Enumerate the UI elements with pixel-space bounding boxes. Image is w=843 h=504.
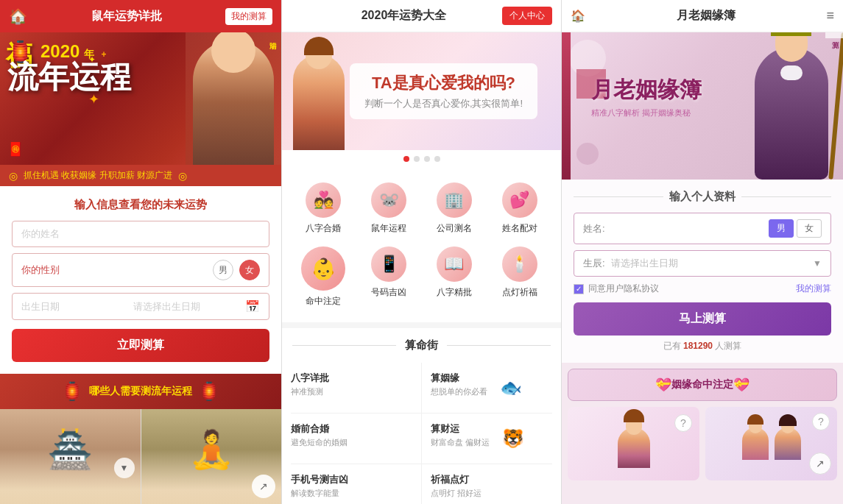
- count-text-p3: 已有 181290 人测算: [574, 340, 831, 352]
- scroll-indicator[interactable]: ▼: [114, 458, 135, 478]
- banner-sub: 判断一个人是否真心爱你,其实很简单!: [364, 97, 523, 110]
- panel2-header: 2020年运势大全 个人中心: [282, 0, 561, 32]
- service-fate-icon: 🐟: [495, 372, 527, 404]
- section-title-text: 算命街: [405, 338, 438, 352]
- panel1-header: 🏠 鼠年运势详批 我的测算: [0, 0, 281, 32]
- service-prayer-desc: 点明灯 招好运: [431, 488, 482, 499]
- service-wedding-name: 婚前合婚: [291, 422, 348, 436]
- dot-2[interactable]: [414, 156, 420, 162]
- icon-destiny[interactable]: 👶 命中注定: [291, 241, 356, 313]
- promo-text: 哪些人需要测流年运程: [89, 385, 192, 398]
- agreement-text: 同意用户隐私协议: [588, 283, 659, 295]
- home-icon-p1[interactable]: 🏠: [9, 7, 27, 25]
- service-prayer-name: 祈福点灯: [431, 473, 482, 486]
- destiny-card-2[interactable]: ? ↗: [705, 407, 837, 480]
- destiny-card-1[interactable]: ?: [568, 407, 699, 480]
- icon-bazi[interactable]: 📖 八字精批: [422, 241, 487, 313]
- panel3-header: 🏠 月老姻缘簿 ≡: [562, 0, 843, 32]
- card1-question: ?: [674, 414, 692, 432]
- service-phone-info: 手机号测吉凶 解读数字能量: [291, 473, 348, 499]
- dot-1[interactable]: [403, 156, 409, 162]
- promo-icon2: 🏮: [198, 381, 220, 402]
- service-wealth[interactable]: 算财运 财富命盘 偏财运 🐯: [422, 414, 553, 464]
- birth-label-p3: 生辰:: [583, 257, 605, 270]
- section-line-right: [447, 345, 551, 346]
- name-input-p3[interactable]: [611, 223, 769, 234]
- gender-male-btn-p1[interactable]: 男: [213, 260, 233, 280]
- gender-female-btn-p1[interactable]: 女: [239, 260, 260, 280]
- services-grid: 八字详批 神准预测 算姻缘 想脱单的你必看 🐟 婚前合婚 避免短命的婚姻 算财运…: [282, 363, 561, 504]
- icon-namematch-label: 姓名配对: [502, 222, 537, 235]
- panel2-banner-text: TA是真心爱我的吗? 判断一个人是否真心爱你,其实很简单!: [306, 63, 537, 119]
- destiny-banner: 💝 姻缘命中注定 💝: [568, 369, 837, 401]
- service-wealth-name: 算财运: [431, 422, 490, 436]
- icon-phonenum-label: 号码吉凶: [371, 286, 406, 299]
- birth-placeholder-p1: 请选择出生日期: [133, 300, 239, 313]
- submit-btn-p1[interactable]: 立即测算: [12, 329, 269, 362]
- icon-destiny-label: 命中注定: [306, 295, 341, 308]
- icon-namematch-circle: 💕: [502, 182, 537, 218]
- my-test-link-p3[interactable]: 我的测算: [796, 283, 831, 295]
- form-line-left-p3: [574, 196, 663, 197]
- personal-center-btn[interactable]: 个人中心: [502, 7, 552, 25]
- home-icon-p3[interactable]: 🏠: [571, 9, 585, 23]
- ticker-icon-left: ◎: [9, 170, 18, 182]
- service-phone-desc: 解读数字能量: [291, 488, 348, 499]
- name-input-row[interactable]: 你的姓名: [12, 221, 269, 247]
- icon-namematch[interactable]: 💕 姓名配对: [487, 177, 552, 241]
- service-wealth-info: 算财运 财富命盘 偏财运: [431, 422, 490, 448]
- ticker-icon-right: ◎: [178, 170, 187, 182]
- icon-companame[interactable]: 🏢 公司测名: [422, 177, 487, 241]
- card-peace[interactable]: 🏯 求平安 ▼: [0, 409, 141, 504]
- panel1-banner: 福 福 2020 年 + 流年运程 ✦ ✦ 胡洛瑜 🏮: [0, 32, 281, 165]
- service-fate[interactable]: 算姻缘 想脱单的你必看 🐟: [422, 363, 553, 414]
- service-bazi[interactable]: 八字详批 神准预测: [291, 363, 422, 414]
- gender-male-btn-p3[interactable]: 男: [769, 219, 794, 238]
- panel1-form: 输入信息查看您的未来运势 你的姓名 你的性别 男 女 出生日期 请选择出生日期 …: [0, 186, 281, 374]
- birth-select-p3[interactable]: 生辰: 请选择出生日期 ▼: [574, 250, 831, 277]
- birth-placeholder-p3: 请选择出生日期: [611, 257, 813, 270]
- name-placeholder-p1: 你的姓名: [21, 227, 260, 241]
- menu-icon-p3[interactable]: ≡: [826, 8, 834, 24]
- panel-3: 🏠 月老姻缘簿 ≡ 月老姻缘簿 精准八字解析 揭开姻缘奥秘: [562, 0, 843, 504]
- gender-female-btn-p3[interactable]: 女: [797, 219, 822, 238]
- icon-phonenum[interactable]: 📱 号码吉凶: [356, 241, 422, 313]
- promo-icon: 🏮: [61, 381, 83, 402]
- icon-lamp[interactable]: 🕯️ 点灯祈福: [487, 241, 552, 313]
- panel-1: 🏠 鼠年运势详批 我的测算 福 福 2020 年 + 流年运程 ✦ ✦: [0, 0, 281, 504]
- icon-bazihehun[interactable]: 💑 八字合婚: [291, 177, 356, 241]
- name-field-p3[interactable]: 姓名: 男 女: [574, 213, 831, 244]
- count-suffix: 人测算: [715, 341, 741, 351]
- icon-phonenum-circle: 📱: [371, 246, 406, 282]
- service-bazi-info: 八字详批 神准预测: [291, 372, 329, 397]
- icons-grid: 💑 八字合婚 🐭 鼠年运程 🏢 公司测名 💕 姓名配对 👶 命中注定 📱 号码吉…: [282, 168, 561, 322]
- share-btn-p1[interactable]: ↗: [252, 475, 275, 498]
- icon-shunian-label: 鼠年运程: [371, 222, 406, 235]
- service-prayer-info: 祈福点灯 点明灯 招好运: [431, 473, 482, 499]
- service-wedding-info: 婚前合婚 避免短命的婚姻: [291, 422, 348, 448]
- service-fate-info: 算姻缘 想脱单的你必看: [431, 372, 487, 397]
- agreement-checkbox[interactable]: ✓: [574, 284, 584, 294]
- service-fate-desc: 想脱单的你必看: [431, 386, 487, 397]
- dot-3[interactable]: [424, 156, 430, 162]
- my-test-btn-p1[interactable]: 我的测算: [225, 8, 272, 25]
- calendar-icon: 📅: [245, 299, 260, 313]
- icon-lamp-circle: 🕯️: [502, 246, 537, 282]
- service-phone[interactable]: 手机号测吉凶 解读数字能量: [291, 464, 422, 504]
- section-line-left: [292, 345, 396, 346]
- form-title-p3: 输入个人资料: [669, 190, 736, 204]
- gender-input-row: 你的性别 男 女: [12, 253, 269, 287]
- p3-banner-text: 月老姻缘簿 精准八字解析 揭开姻缘奥秘: [591, 77, 702, 118]
- icon-shunian-circle: 🐭: [371, 182, 406, 218]
- panel1-ticker: ◎ 抓住机遇 收获姻缘 升职加薪 财源广进 ◎: [0, 165, 281, 186]
- dot-4[interactable]: [434, 156, 440, 162]
- service-prayer[interactable]: 祈福点灯 点明灯 招好运: [422, 464, 553, 504]
- share-btn-p3[interactable]: ↗: [809, 452, 831, 475]
- service-wedding[interactable]: 婚前合婚 避免短命的婚姻: [291, 414, 422, 464]
- icon-shunian[interactable]: 🐭 鼠年运程: [356, 177, 422, 241]
- submit-btn-p3[interactable]: 马上测算: [574, 302, 831, 336]
- icon-companame-label: 公司测名: [437, 222, 472, 235]
- birth-input-row[interactable]: 出生日期 请选择出生日期 📅: [12, 293, 269, 320]
- gender-label-p1: 你的性别: [21, 263, 207, 277]
- icon-bazi-circle: 📖: [437, 246, 472, 282]
